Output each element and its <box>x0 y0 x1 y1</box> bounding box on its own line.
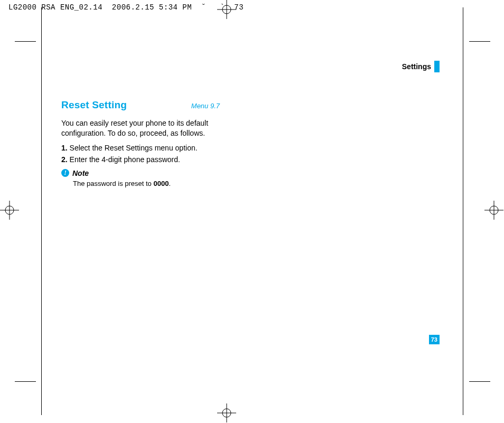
registration-mark-icon <box>217 403 236 422</box>
page-number-badge: 73 <box>429 335 440 344</box>
note-text-prefix: The password is preset to <box>73 180 153 187</box>
step-text: Enter the 4-digit phone password. <box>68 155 180 164</box>
menu-reference: Menu 9.7 <box>191 102 220 110</box>
step-number: 2. <box>61 155 68 164</box>
note-label: Note <box>72 169 89 177</box>
doc-id: LG2000 RSA ENG_02.14 <box>8 3 102 12</box>
note-header: ! Note <box>61 169 225 177</box>
step-item: 2. Enter the 4-digit phone password. <box>61 155 225 164</box>
step-number: 1. <box>61 144 68 152</box>
title-row: Reset Setting Menu 9.7 <box>61 99 220 111</box>
crop-line-left <box>41 7 42 415</box>
registration-mark-icon <box>0 201 19 220</box>
note-value: 0000 <box>153 180 169 187</box>
section-header-label: Settings <box>402 62 431 71</box>
crop-tick <box>469 41 490 42</box>
crop-tick <box>469 381 490 382</box>
crop-tick <box>15 41 36 42</box>
section-header-accent-icon <box>434 61 440 72</box>
info-icon: ! <box>61 169 69 177</box>
step-item: 1. Select the Reset Settings menu option… <box>61 144 225 152</box>
crop-tick <box>15 381 36 382</box>
intro-paragraph: You can easily reset your phone to its d… <box>61 118 217 138</box>
document-meta-header: LG2000 RSA ENG_02.14 2006.2.15 5:34 PM ˘… <box>8 3 244 12</box>
registration-mark-icon <box>484 201 503 220</box>
registration-mark-icon <box>217 0 236 19</box>
doc-timestamp: 2006.2.15 5:34 PM <box>112 3 192 12</box>
page-title: Reset Setting <box>61 99 127 111</box>
note-text: The password is preset to 0000. <box>73 180 225 187</box>
crop-line-right <box>463 7 463 415</box>
note-text-suffix: . <box>169 180 171 187</box>
page-content: Reset Setting Menu 9.7 You can easily re… <box>61 99 225 187</box>
section-header: Settings <box>402 61 440 72</box>
step-text: Select the Reset Settings menu option. <box>68 144 198 152</box>
